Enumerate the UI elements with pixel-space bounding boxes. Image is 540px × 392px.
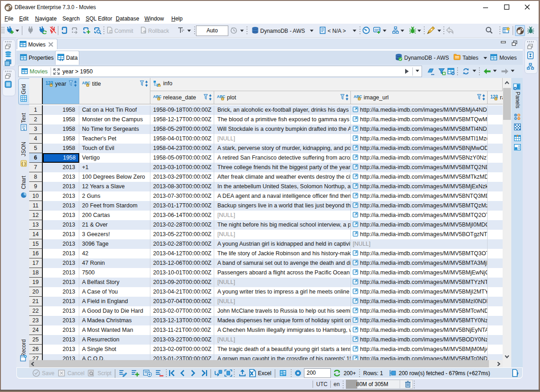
svg-text:{ }: { } [21, 161, 26, 166]
svg-text:GIT: GIT [375, 28, 380, 31]
